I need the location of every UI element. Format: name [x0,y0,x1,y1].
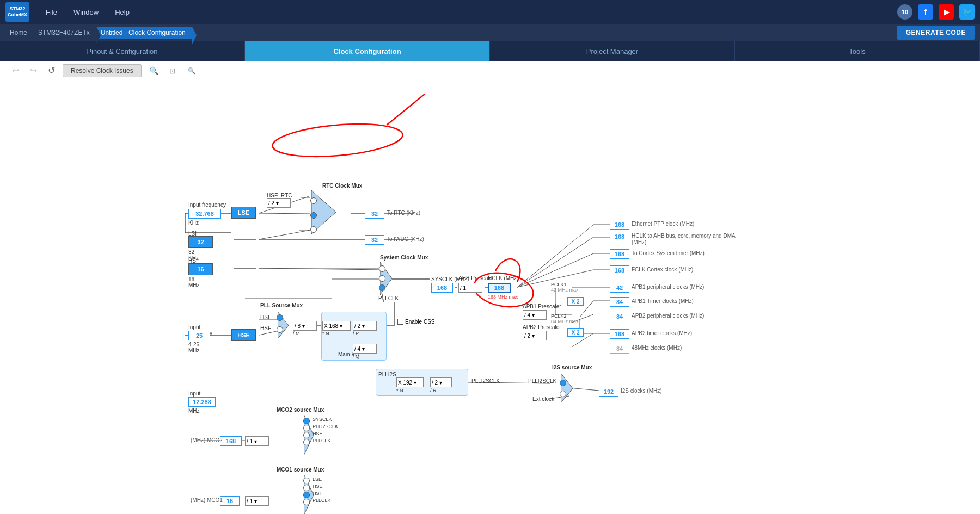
lse-radio[interactable] [310,212,317,219]
apb1-prescaler-label: APB1 Prescaler [523,304,561,309]
twitter-icon[interactable]: 🐦 [959,4,975,20]
tab-pinout[interactable]: Pinout & Configuration [0,41,245,61]
pll-sys-radio[interactable] [379,284,385,291]
hse-pll-radio[interactable] [277,326,283,333]
lse-box[interactable]: LSE [231,207,256,219]
hse-mco1-label: HSE [313,484,323,489]
mco2-div-select[interactable]: / 1 ▾ [245,436,269,446]
pllclk-label: PLLCLK [378,295,399,301]
pll-hsi-label: HSI [260,314,270,320]
hse-mco1-radio[interactable] [303,485,310,491]
hsi-pll-radio[interactable] [277,314,283,321]
mco1-value[interactable]: 16 [220,496,240,506]
iwdg-output-value[interactable]: 32 [365,235,384,245]
hse-mco2-radio[interactable] [303,432,310,438]
output-label-6: APB2 peripheral clocks (MHz) [632,313,704,319]
pll-m-select[interactable]: / 8 ▾ [293,321,317,331]
toolbar: ↩ ↪ ↺ Resolve Clock Issues 🔍 ⊡ 🔍 [0,61,980,80]
svg-line-17 [259,268,381,270]
svg-line-56 [387,94,425,125]
hsi-mco1-radio[interactable] [303,492,310,498]
enable-css-checkbox[interactable]: Enable CSS [397,319,434,325]
hclk-label: HCLK (MHz) [488,275,519,281]
breadcrumb-home[interactable]: Home [5,27,34,39]
plli2sclk-mco2-radio[interactable] [303,425,310,431]
sysclk-mco2-radio[interactable] [303,418,310,424]
user-badge[interactable]: 10 [897,4,912,20]
tab-tools[interactable]: Tools [735,41,980,61]
output-val-2: 168 [610,249,629,259]
input-freq2-value[interactable]: 25 [188,331,210,340]
mco1-div-select[interactable]: / 1 ▾ [245,496,269,506]
output-label-3: FCLK Cortex clock (MHz) [632,267,693,273]
pll-q-select[interactable]: / 4 ▾ [353,344,377,354]
hse-rtc-div-select[interactable]: / 2 ▾ [267,198,291,208]
facebook-icon[interactable]: f [918,4,933,20]
zoom-fit-button[interactable]: ⊡ [166,65,179,77]
apb1-div-select[interactable]: / 4 ▾ [523,310,547,320]
menu-file[interactable]: File [46,8,57,16]
sys-clock-mux-label: System Clock Mux [380,255,428,261]
tab-clock[interactable]: Clock Configuration [245,41,490,61]
menu-help[interactable]: Help [115,8,130,16]
plli2s-r-label: / R [430,388,437,393]
pclk1-max-label: 42 MHz max [551,287,579,293]
pllclk-mco2-radio[interactable] [303,439,310,445]
hclk-value[interactable]: 168 [488,283,511,293]
breadcrumb-device[interactable]: STM32F407ZETx [34,27,96,39]
breadcrumb-bar: Home STM32F407ZETx Untitled - Clock Conf… [0,24,980,41]
pll-n-select[interactable]: X 168 ▾ [322,321,351,331]
sysclk-value[interactable]: 168 [431,283,453,293]
plli2s-r-select[interactable]: / 2 ▾ [430,377,452,387]
pllclk-mco1-radio[interactable] [303,499,310,505]
input-freq2-range: 4-26 MHz [188,342,200,354]
svg-point-55 [271,120,404,162]
redo-button[interactable]: ↪ [27,64,40,77]
ahb-div-select[interactable]: / 1 [458,283,482,293]
input-freq1-value[interactable]: 32.768 [188,209,221,219]
zoom-in-button[interactable]: 🔍 [146,65,162,77]
pll-n-label: * N [322,331,329,336]
output-label-1: HCLK to AHB bus, core, memory and DMA (M… [632,233,740,246]
svg-line-11 [259,230,310,239]
menu-window[interactable]: Window [74,8,99,16]
logo-area: STM32 CubeMX [5,2,29,22]
svg-line-43 [259,331,279,335]
diagram-area[interactable]: Input frequency 32.768 KHz LSE HSE_RTC /… [0,80,980,514]
lsi-rtc-radio[interactable] [310,226,317,233]
apb1-x2-value: X 2 [567,297,584,306]
hse-sys-radio[interactable] [379,275,385,282]
apb2-div-select[interactable]: / 2 ▾ [523,331,547,340]
hse-box[interactable]: HSE [231,329,256,341]
hsi-value-box[interactable]: 16 [188,263,213,275]
input-freq3-unit: MHz [188,408,200,414]
ext-i2s-radio[interactable] [560,391,566,397]
breadcrumb-current[interactable]: Untitled - Clock Configuration [96,27,192,39]
rtc-output-value[interactable]: 32 [365,209,384,219]
youtube-icon[interactable]: ▶ [939,4,954,20]
plli2sclk-mco2-label: PLLI2SCLK [313,424,338,429]
mco2-value[interactable]: 168 [220,436,242,446]
generate-code-button[interactable]: GENERATE CODE [897,26,975,40]
pll-source-mux-label: PLL Source Mux [260,302,303,308]
hse-rtc-radio[interactable] [310,197,317,204]
tab-project[interactable]: Project Manager [490,41,735,61]
lse-mco1-radio[interactable] [303,478,310,484]
reset-button[interactable]: ↺ [45,64,58,77]
undo-button[interactable]: ↩ [9,64,22,77]
hsi-sys-radio[interactable] [379,265,385,272]
plli2s-n-label: * N [396,388,403,393]
plli2s-n-select[interactable]: X 192 ▾ [396,377,424,387]
svg-line-10 [259,213,310,214]
pclk2-max-label: 84 MHz max [551,319,579,324]
pllclk-mco1-label: PLLCLK [313,498,331,503]
lsi-value-box[interactable]: 32 [188,236,213,248]
zoom-out-button[interactable]: 🔍 [185,66,198,76]
pll-p-select[interactable]: / 2 ▾ [353,321,377,331]
plli2s-i2s-radio[interactable] [560,380,566,386]
input-freq3-value[interactable]: 12.288 [188,397,216,407]
apb2-x2-value: X 2 [567,328,584,337]
rtc-clock-mux-label: RTC Clock Mux [322,183,362,189]
input-freq1-unit: KHz [188,220,199,226]
resolve-clock-issues-button[interactable]: Resolve Clock Issues [63,64,142,77]
